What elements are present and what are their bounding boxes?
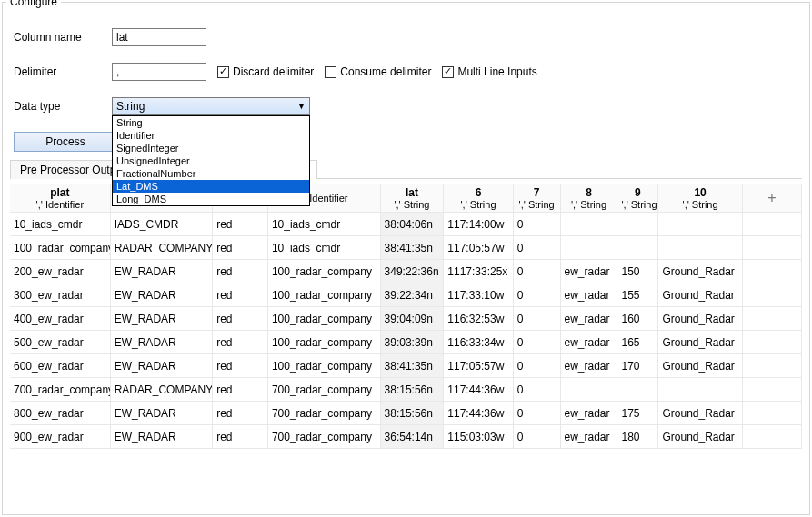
table-row[interactable]: 800_ew_radarEW_RADARred700_radar_company… (10, 402, 802, 425)
col-header[interactable]: 9',' String (617, 184, 658, 213)
cell[interactable]: ew_radar (560, 331, 617, 354)
data-type-dropdown[interactable]: String Identifier SignedInteger Unsigned… (112, 115, 310, 206)
table-row[interactable]: 100_radar_companyRADAR_COMPANYred10_iads… (10, 236, 802, 260)
cell[interactable]: RADAR_COMPANY (110, 236, 212, 260)
cell[interactable]: ew_radar (560, 307, 617, 331)
cell[interactable]: 117:14:00w (444, 213, 513, 236)
cell[interactable]: 600_ew_radar (10, 354, 110, 378)
cell[interactable]: 700_radar_company (267, 402, 380, 425)
cell[interactable]: red (213, 331, 268, 354)
cell[interactable]: 160 (617, 307, 658, 331)
cell[interactable]: 36:54:14n (380, 425, 444, 449)
cell[interactable]: 175 (617, 402, 658, 425)
cell[interactable]: 38:04:06n (380, 213, 444, 236)
cell[interactable] (658, 213, 742, 236)
cell[interactable]: IADS_CMDR (110, 213, 212, 236)
cell[interactable]: 100_radar_company (267, 307, 380, 331)
cell[interactable]: 117:44:36w (444, 402, 513, 425)
cell[interactable]: 400_ew_radar (10, 307, 110, 331)
cell[interactable]: 100_radar_company (267, 283, 380, 307)
data-type-combo[interactable]: String ▼ (112, 97, 310, 115)
cell[interactable]: 0 (513, 378, 560, 402)
cell[interactable]: 155 (617, 283, 658, 307)
cell[interactable] (560, 378, 617, 402)
cell[interactable] (560, 236, 617, 260)
cell[interactable] (658, 378, 742, 402)
cell[interactable]: ew_radar (560, 260, 617, 283)
cell[interactable]: 10_iads_cmdr (267, 236, 380, 260)
cell[interactable]: ew_radar (560, 425, 617, 449)
cell[interactable]: 150 (617, 260, 658, 283)
cell[interactable]: 39:22:34n (380, 283, 444, 307)
cell[interactable]: Ground_Radar (658, 425, 742, 449)
cell[interactable]: 100_radar_company (10, 236, 110, 260)
cell[interactable]: 700_radar_company (10, 378, 110, 402)
cell[interactable]: 700_radar_company (267, 425, 380, 449)
cell[interactable]: 0 (513, 331, 560, 354)
process-button[interactable]: Process (14, 132, 117, 152)
cell[interactable]: 170 (617, 354, 658, 378)
cell[interactable]: 100_radar_company (267, 260, 380, 283)
cell[interactable]: 500_ew_radar (10, 331, 110, 354)
cell[interactable]: 0 (513, 307, 560, 331)
cell[interactable]: 165 (617, 331, 658, 354)
cell[interactable]: Ground_Radar (658, 331, 742, 354)
cell[interactable]: 116:32:53w (444, 307, 513, 331)
cell[interactable]: 117:05:57w (444, 354, 513, 378)
cell[interactable]: 1117:33:25x (444, 260, 513, 283)
table-row[interactable]: 200_ew_radarEW_RADARred100_radar_company… (10, 260, 802, 283)
cell[interactable]: EW_RADAR (110, 402, 212, 425)
table-row[interactable]: 500_ew_radarEW_RADARred100_radar_company… (10, 331, 802, 354)
dropdown-item[interactable]: Identifier (113, 129, 309, 142)
cell[interactable]: EW_RADAR (110, 425, 212, 449)
cell[interactable] (560, 213, 617, 236)
cell[interactable]: 300_ew_radar (10, 283, 110, 307)
cell[interactable]: 10_iads_cmdr (267, 213, 380, 236)
dropdown-item[interactable]: Lat_DMS (113, 180, 309, 193)
cell[interactable]: 117:33:10w (444, 283, 513, 307)
cell[interactable]: 349:22:36n (380, 260, 444, 283)
cell[interactable]: red (213, 402, 268, 425)
cell[interactable]: red (213, 354, 268, 378)
cell[interactable]: Ground_Radar (658, 354, 742, 378)
cell[interactable]: EW_RADAR (110, 354, 212, 378)
table-row[interactable]: 400_ew_radarEW_RADARred100_radar_company… (10, 307, 802, 331)
cell[interactable]: 800_ew_radar (10, 402, 110, 425)
table-row[interactable]: 600_ew_radarEW_RADARred100_radar_company… (10, 354, 802, 378)
cell[interactable]: 0 (513, 260, 560, 283)
cell[interactable]: 100_radar_company (267, 354, 380, 378)
table-row[interactable]: 700_radar_companyRADAR_COMPANYred700_rad… (10, 378, 802, 402)
cell[interactable]: 100_radar_company (267, 331, 380, 354)
discard-delimiter-checkbox[interactable] (217, 66, 229, 78)
cell[interactable]: 39:03:39n (380, 331, 444, 354)
cell[interactable]: EW_RADAR (110, 331, 212, 354)
cell[interactable]: 39:04:09n (380, 307, 444, 331)
consume-delimiter-checkbox[interactable] (325, 66, 336, 78)
cell[interactable]: 117:05:57w (444, 236, 513, 260)
cell[interactable]: Ground_Radar (658, 307, 742, 331)
cell[interactable]: 0 (513, 354, 560, 378)
cell[interactable]: 38:15:56n (380, 378, 444, 402)
cell[interactable]: red (213, 283, 268, 307)
cell[interactable]: red (213, 307, 268, 331)
cell[interactable]: red (213, 425, 268, 449)
cell[interactable]: 0 (513, 213, 560, 236)
dropdown-item[interactable]: FractionalNumber (113, 167, 309, 180)
cell[interactable]: EW_RADAR (110, 260, 212, 283)
col-header-selected[interactable]: lat',' String (380, 184, 444, 213)
table-row[interactable]: 900_ew_radarEW_RADARred700_radar_company… (10, 425, 802, 449)
cell[interactable] (617, 378, 658, 402)
cell[interactable]: EW_RADAR (110, 307, 212, 331)
cell[interactable]: EW_RADAR (110, 283, 212, 307)
cell[interactable]: 38:41:35n (380, 354, 444, 378)
col-header[interactable]: 6',' String (444, 184, 513, 213)
cell[interactable]: ew_radar (560, 402, 617, 425)
cell[interactable]: red (213, 236, 268, 260)
col-header[interactable]: 10',' String (658, 184, 742, 213)
add-column-button[interactable]: + (742, 184, 801, 213)
cell[interactable]: 38:41:35n (380, 236, 444, 260)
dropdown-item[interactable]: Long_DMS (113, 193, 309, 205)
cell[interactable]: 10_iads_cmdr (10, 213, 110, 236)
cell[interactable]: red (213, 378, 268, 402)
cell[interactable]: 0 (513, 236, 560, 260)
